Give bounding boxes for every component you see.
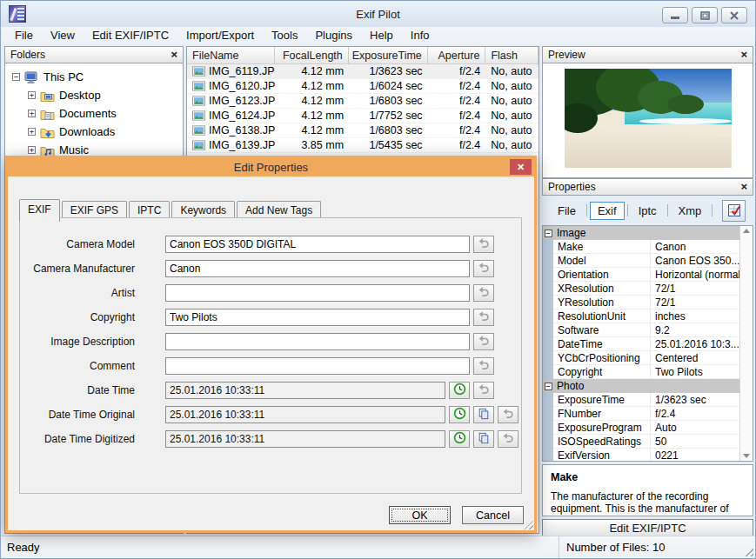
image-description-field[interactable] xyxy=(165,333,470,350)
property-row-exposureprogram[interactable]: ExposureProgramAuto xyxy=(543,421,739,435)
property-row-xresolution[interactable]: XResolution72/1 xyxy=(543,282,739,296)
table-row[interactable]: IMG_6120.JPG4.12 mm1/6024 secf/2.4No, au… xyxy=(187,79,539,94)
undo-button[interactable] xyxy=(473,333,494,350)
menu-edit-exif-iptc[interactable]: Edit EXIF/IPTC xyxy=(84,28,177,43)
property-row-datetime[interactable]: DateTime25.01.2016 10:3... xyxy=(543,337,739,351)
table-row[interactable]: IMG_6123.JPG4.12 mm1/6803 secf/2.4No, au… xyxy=(187,94,539,109)
clock-button[interactable] xyxy=(449,382,470,399)
dialog-close-button[interactable]: ✕ xyxy=(510,159,532,175)
tree-item-desktop[interactable]: +Desktop xyxy=(5,86,183,104)
property-row-copyright[interactable]: CopyrightTwo Pilots xyxy=(543,365,739,379)
menu-tools[interactable]: Tools xyxy=(263,28,306,43)
table-row[interactable]: IMG_6139.JPG3.85 mm1/5435 secf/2.4No, au… xyxy=(187,138,539,153)
tree-item-label: Downloads xyxy=(59,125,115,138)
copy-button[interactable] xyxy=(473,430,494,448)
menu-plugins[interactable]: Plugins xyxy=(306,28,361,43)
collapse-icon[interactable]: − xyxy=(545,383,552,390)
column-header-exposuretime[interactable]: ExposureTime xyxy=(349,47,428,63)
minimize-button[interactable] xyxy=(662,7,688,23)
undo-button[interactable] xyxy=(498,406,518,423)
restore-button[interactable] xyxy=(692,7,718,23)
table-row[interactable]: IMG_6138.JPG4.12 mm1/6803 secf/2.4No, au… xyxy=(187,123,539,138)
date-time-original-field[interactable] xyxy=(165,406,445,423)
property-row-yresolution[interactable]: YResolution72/1 xyxy=(543,296,739,309)
property-group-image[interactable]: −Image xyxy=(543,226,739,240)
menu-import-export[interactable]: Import/Export xyxy=(177,28,263,43)
property-row-fnumber[interactable]: FNumberf/2.4 xyxy=(543,407,739,421)
property-group-photo[interactable]: −Photo xyxy=(543,379,739,393)
tree-item-documents[interactable]: +Documents xyxy=(5,104,183,123)
ok-button[interactable]: OK xyxy=(389,506,451,524)
column-header-aperture[interactable]: Aperture xyxy=(428,47,486,63)
artist-field[interactable] xyxy=(165,284,470,302)
camera-manufacturer-field[interactable] xyxy=(165,260,470,277)
close-folders-icon[interactable]: × xyxy=(171,50,177,60)
close-preview-icon[interactable]: × xyxy=(740,50,747,60)
tree-item-downloads[interactable]: +Downloads xyxy=(5,123,183,141)
tree-expander-icon[interactable]: + xyxy=(28,128,36,136)
tree-expander-icon[interactable]: − xyxy=(12,73,20,81)
property-row-software[interactable]: Software9.2 xyxy=(543,323,739,337)
column-header-focallength[interactable]: FocalLength xyxy=(275,47,348,63)
file-cell: f/2.4 xyxy=(428,110,486,122)
property-row-isospeedratings[interactable]: ISOSpeedRatings50 xyxy=(543,435,739,449)
table-row[interactable]: IMG_6124.JPG4.12 mm1/7752 secf/2.4No, au… xyxy=(187,109,539,123)
properties-tab-exif[interactable]: Exif xyxy=(590,202,625,220)
property-row-ycbcrpositioning[interactable]: YCbCrPositioningCentered xyxy=(543,351,739,365)
undo-button[interactable] xyxy=(498,430,518,448)
property-name: XResolution xyxy=(553,282,651,296)
tree-expander-icon[interactable]: + xyxy=(28,91,36,99)
scroll-down-icon[interactable] xyxy=(743,454,750,458)
copy-button[interactable] xyxy=(473,406,494,423)
property-row-resolutionunit[interactable]: ResolutionUnitinches xyxy=(543,309,739,323)
edit-properties-button[interactable] xyxy=(722,200,746,222)
undo-button[interactable] xyxy=(473,284,494,302)
undo-button[interactable] xyxy=(473,309,494,326)
close-button[interactable] xyxy=(721,7,747,23)
property-row-model[interactable]: ModelCanon EOS 350... xyxy=(543,254,739,268)
clock-button[interactable] xyxy=(449,430,470,448)
menu-help[interactable]: Help xyxy=(361,28,402,43)
date-time-field[interactable] xyxy=(165,382,445,399)
field-row-camera-model: Camera Model xyxy=(20,232,521,256)
property-row-orientation[interactable]: OrientationHorizontal (normal) xyxy=(543,268,739,282)
folder-downloads-icon xyxy=(40,126,55,138)
cell-text: No, auto xyxy=(491,139,532,151)
cancel-button[interactable]: Cancel xyxy=(462,506,524,524)
collapse-icon[interactable]: − xyxy=(545,230,552,237)
property-row-exposuretime[interactable]: ExposureTime1/3623 sec xyxy=(543,393,739,407)
properties-tab-file[interactable]: File xyxy=(550,202,584,220)
property-row-make[interactable]: MakeCanon xyxy=(543,240,739,254)
date-time-digitized-field[interactable] xyxy=(165,430,445,448)
scroll-up-icon[interactable] xyxy=(743,229,750,233)
menu-file[interactable]: File xyxy=(6,28,42,43)
tree-expander-icon[interactable]: + xyxy=(28,146,36,154)
undo-button[interactable] xyxy=(473,382,494,399)
clock-button[interactable] xyxy=(449,406,470,423)
property-grid-scrollbar[interactable] xyxy=(739,226,753,461)
column-header-filename[interactable]: FileName xyxy=(187,47,275,63)
edit-exif-iptc-button[interactable]: Edit EXIF/IPTC xyxy=(542,519,753,537)
copyright-field[interactable] xyxy=(165,309,470,326)
menu-info[interactable]: Info xyxy=(402,28,438,43)
properties-tab-iptc[interactable]: Iptc xyxy=(631,202,665,220)
dialog-resize-grip[interactable] xyxy=(524,520,533,529)
undo-button[interactable] xyxy=(473,260,494,277)
cell-text: 1/7752 sec xyxy=(369,110,422,122)
comment-field[interactable] xyxy=(165,357,470,375)
menu-view[interactable]: View xyxy=(42,28,84,43)
dialog-tab-exif[interactable]: EXIF xyxy=(19,199,60,222)
tree-item-this-pc[interactable]: −This PC xyxy=(5,68,183,86)
camera-model-field[interactable] xyxy=(165,236,470,253)
properties-tab-xmp[interactable]: Xmp xyxy=(671,202,710,220)
undo-button[interactable] xyxy=(473,357,494,375)
column-header-flash[interactable]: Flash xyxy=(485,47,539,63)
undo-button[interactable] xyxy=(473,236,494,253)
copy-icon xyxy=(478,408,490,423)
cell-text: f/2.4 xyxy=(459,80,480,92)
property-row-exifversion[interactable]: ExifVersion0221 xyxy=(543,449,739,461)
close-properties-icon[interactable]: × xyxy=(740,182,747,192)
tree-expander-icon[interactable]: + xyxy=(28,110,36,117)
table-row[interactable]: IMG_6119.JPG4.12 mm1/3623 secf/2.4No, au… xyxy=(187,64,539,79)
property-name: ISOSpeedRatings xyxy=(553,435,651,449)
